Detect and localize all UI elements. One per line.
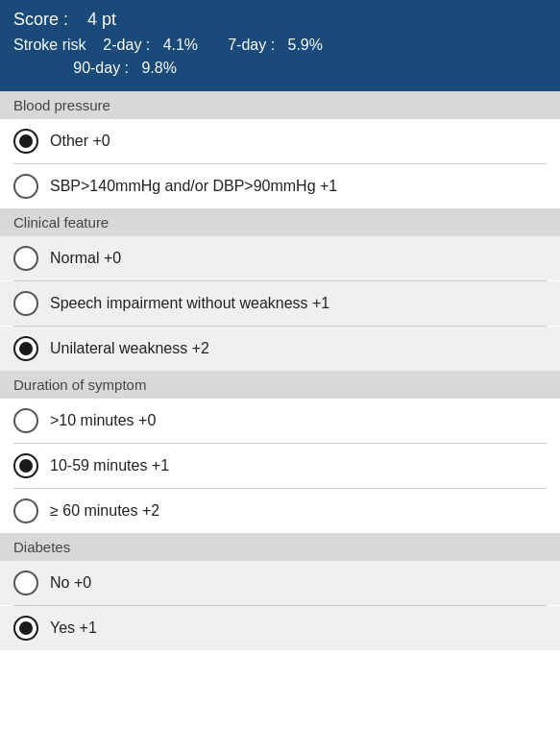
day7-label: 7-day :: [228, 36, 275, 53]
option-label-diab-yes: Yes +1: [50, 619, 97, 637]
day2-value: 4.1%: [163, 36, 198, 53]
radio-cf-unilateral[interactable]: [13, 336, 38, 361]
radio-cf-normal[interactable]: [13, 246, 38, 271]
radio-inner-diab-yes: [19, 621, 33, 635]
option-label-bp-sbp: SBP>140mmHg and/or DBP>90mmHg +1: [50, 178, 337, 195]
day90-value: 9.8%: [141, 60, 176, 76]
day7-value: 5.9%: [287, 36, 322, 53]
score-value: 4 pt: [87, 10, 116, 29]
radio-inner-cf-unilateral: [19, 342, 33, 355]
day90-label: 90-day :: [73, 60, 129, 76]
radio-inner-dur-1059: [19, 459, 33, 473]
option-row-diab-yes[interactable]: Yes +1: [0, 606, 560, 650]
option-row-cf-speech[interactable]: Speech impairment without weakness +1: [0, 281, 560, 326]
day2-label: 2-day :: [103, 36, 150, 53]
score-label: Score :: [13, 10, 68, 29]
section-label-clinical-feature: Clinical feature: [0, 208, 560, 236]
option-row-bp-sbp[interactable]: SBP>140mmHg and/or DBP>90mmHg +1: [0, 164, 560, 208]
section-duration: Duration of symptom>10 minutes +010-59 m…: [0, 371, 560, 533]
section-diabetes: DiabetesNo +0Yes +1: [0, 533, 560, 650]
radio-dur-60[interactable]: [13, 498, 38, 523]
option-label-diab-no: No +0: [50, 574, 91, 592]
section-blood-pressure: Blood pressureOther +0SBP>140mmHg and/or…: [0, 91, 560, 208]
option-row-dur-60[interactable]: ≥ 60 minutes +2: [0, 489, 560, 533]
section-clinical-feature: Clinical featureNormal +0Speech impairme…: [0, 208, 560, 371]
stroke-risk-label: Stroke risk: [13, 36, 86, 53]
option-label-cf-speech: Speech impairment without weakness +1: [50, 295, 329, 312]
radio-bp-other[interactable]: [13, 129, 38, 154]
option-label-dur-60: ≥ 60 minutes +2: [50, 502, 159, 520]
option-row-cf-normal[interactable]: Normal +0: [0, 236, 560, 280]
option-label-dur-10: >10 minutes +0: [50, 412, 156, 429]
section-label-diabetes: Diabetes: [0, 533, 560, 561]
option-row-dur-10[interactable]: >10 minutes +0: [0, 399, 560, 443]
radio-cf-speech[interactable]: [13, 291, 38, 316]
option-row-dur-1059[interactable]: 10-59 minutes +1: [0, 444, 560, 488]
option-row-cf-unilateral[interactable]: Unilateral weakness +2: [0, 327, 560, 371]
radio-diab-yes[interactable]: [13, 616, 38, 641]
sections-container: Blood pressureOther +0SBP>140mmHg and/or…: [0, 91, 560, 650]
stroke-risk-line: Stroke risk 2-day : 4.1% 7-day : 5.9% 90…: [13, 34, 547, 80]
radio-dur-10[interactable]: [13, 408, 38, 433]
radio-dur-1059[interactable]: [13, 453, 38, 478]
section-label-duration: Duration of symptom: [0, 371, 560, 399]
option-label-bp-other: Other +0: [50, 133, 110, 150]
score-header: Score : 4 pt Stroke risk 2-day : 4.1% 7-…: [0, 0, 560, 91]
option-label-dur-1059: 10-59 minutes +1: [50, 457, 169, 474]
radio-diab-no[interactable]: [13, 571, 38, 595]
option-label-cf-unilateral: Unilateral weakness +2: [50, 340, 209, 357]
option-label-cf-normal: Normal +0: [50, 250, 121, 267]
option-row-diab-no[interactable]: No +0: [0, 561, 560, 605]
radio-inner-bp-other: [19, 134, 33, 148]
section-label-blood-pressure: Blood pressure: [0, 91, 560, 119]
radio-bp-sbp[interactable]: [13, 174, 38, 199]
option-row-bp-other[interactable]: Other +0: [0, 119, 560, 163]
score-line: Score : 4 pt: [13, 10, 547, 30]
